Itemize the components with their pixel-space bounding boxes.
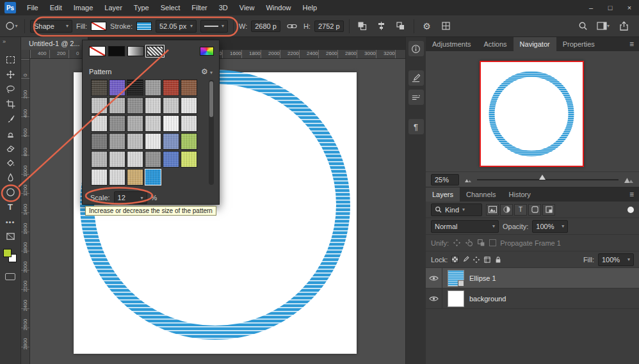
zoom-slider-thumb[interactable] xyxy=(539,175,546,180)
more-tools-button[interactable]: ••• xyxy=(3,217,17,226)
scale-input[interactable]: 12 ▾ xyxy=(114,191,147,204)
pattern-settings-gear-icon[interactable]: ⚙ ▾ xyxy=(201,67,213,76)
share-icon[interactable] xyxy=(616,19,631,33)
menu-filter[interactable]: Filter xyxy=(186,0,213,15)
rectangular-marquee-tool[interactable] xyxy=(3,55,17,65)
navigator-preview[interactable] xyxy=(480,61,584,167)
tab-navigator[interactable]: Navigator xyxy=(514,37,556,51)
pattern-swatch[interactable] xyxy=(127,79,143,96)
pattern-swatch[interactable] xyxy=(181,115,197,132)
pattern-swatch[interactable] xyxy=(127,169,143,186)
propagate-frame-checkbox[interactable] xyxy=(489,239,496,246)
path-operations-icon[interactable] xyxy=(355,19,370,33)
pattern-swatch[interactable] xyxy=(109,151,125,168)
blend-mode-select[interactable]: Normal ▾ xyxy=(431,220,499,233)
shape-settings-gear-icon[interactable]: ⚙ xyxy=(419,19,435,33)
filter-type-layers-icon[interactable]: T xyxy=(514,204,527,216)
lock-all-icon[interactable] xyxy=(494,256,502,264)
foreground-background-swatches[interactable] xyxy=(3,249,18,264)
pattern-swatch[interactable] xyxy=(91,151,108,168)
pattern-swatch[interactable] xyxy=(91,115,108,132)
tool-mode-select[interactable]: Shape ▾ xyxy=(30,20,72,33)
filter-adjustment-layers-icon[interactable] xyxy=(500,204,513,216)
path-arrangement-icon[interactable] xyxy=(393,19,408,33)
fill-type-solid-button[interactable] xyxy=(108,46,125,56)
shape-width-field[interactable]: 2680 p xyxy=(251,20,280,32)
menu-file[interactable]: File xyxy=(21,0,44,15)
lasso-tool[interactable] xyxy=(3,84,17,94)
tool-preset-ellipse-icon[interactable]: ▾ xyxy=(4,19,19,33)
menu-help[interactable]: Help xyxy=(297,0,323,15)
workspace-switcher-icon[interactable]: ▾ xyxy=(595,19,611,33)
filter-shape-layers-icon[interactable] xyxy=(528,204,541,216)
zoom-in-mountains-icon[interactable] xyxy=(624,175,634,184)
pattern-swatch[interactable] xyxy=(145,97,161,114)
pattern-swatch[interactable] xyxy=(181,79,197,96)
stroke-swatch[interactable] xyxy=(136,22,152,31)
paint-bucket-tool[interactable] xyxy=(3,158,17,168)
layer-visibility-toggle[interactable] xyxy=(426,289,442,308)
pattern-swatch[interactable] xyxy=(145,169,161,186)
pattern-swatch[interactable] xyxy=(109,169,125,186)
pattern-swatch[interactable] xyxy=(127,115,143,132)
zoom-percent-field[interactable]: 25% xyxy=(431,174,459,186)
clone-stamp-tool[interactable] xyxy=(3,129,17,138)
frame-tool[interactable] xyxy=(3,232,17,241)
layer-name[interactable]: Ellipse 1 xyxy=(469,274,496,282)
filter-toggle-icon[interactable] xyxy=(627,207,634,213)
pattern-swatch[interactable] xyxy=(145,115,161,132)
color-picker-swatch[interactable] xyxy=(200,47,214,56)
document-tab[interactable]: Untitled-1 @ 2... xyxy=(21,37,88,50)
ellipse-tool[interactable] xyxy=(3,187,17,197)
tab-actions[interactable]: Actions xyxy=(478,37,514,51)
pattern-swatch[interactable] xyxy=(163,115,179,132)
zoom-out-mountains-icon[interactable] xyxy=(464,177,472,183)
tab-history[interactable]: History xyxy=(503,187,537,202)
pattern-swatch[interactable] xyxy=(109,115,125,132)
pattern-swatch[interactable] xyxy=(163,97,179,114)
filter-kind-select[interactable]: Kind ▾ xyxy=(431,203,482,216)
menu-layer[interactable]: Layer xyxy=(99,0,128,15)
search-icon[interactable] xyxy=(575,19,590,33)
move-tool[interactable] xyxy=(3,70,17,79)
pattern-swatch[interactable] xyxy=(163,79,179,96)
pattern-swatch[interactable] xyxy=(163,133,179,150)
opacity-select[interactable]: 100% ▾ xyxy=(532,220,568,233)
pattern-swatch[interactable] xyxy=(181,97,197,114)
tab-properties[interactable]: Properties xyxy=(556,37,601,51)
unify-visibility-icon[interactable] xyxy=(465,239,473,247)
pattern-swatch[interactable] xyxy=(109,133,125,150)
pattern-swatch[interactable] xyxy=(145,151,161,168)
restore-button[interactable]: □ xyxy=(601,0,620,15)
lock-paint-icon[interactable] xyxy=(462,256,469,264)
lock-move-icon[interactable] xyxy=(473,256,480,264)
pattern-swatch[interactable] xyxy=(127,151,143,168)
paragraph-panel-icon[interactable]: ¶ xyxy=(408,119,424,134)
layer-row-ellipse-1[interactable]: Ellipse 1 xyxy=(426,268,639,289)
screen-mode-button[interactable] xyxy=(5,273,15,280)
blur-tool[interactable] xyxy=(3,173,17,182)
pattern-swatch[interactable] xyxy=(109,97,125,114)
pattern-swatch[interactable] xyxy=(91,79,108,96)
pattern-swatch[interactable] xyxy=(181,133,197,150)
filter-smart-objects-icon[interactable] xyxy=(542,204,555,216)
zoom-slider[interactable] xyxy=(477,179,619,180)
menu-edit[interactable]: Edit xyxy=(44,0,68,15)
tab-channels[interactable]: Channels xyxy=(460,187,502,202)
pattern-swatch[interactable] xyxy=(127,97,143,114)
unify-style-icon[interactable] xyxy=(477,239,485,247)
stroke-width-input[interactable]: 52.05 px ▾ xyxy=(156,20,197,33)
scrollbar-thumb[interactable] xyxy=(209,81,213,117)
minimize-button[interactable]: – xyxy=(581,0,601,15)
fill-type-pattern-button[interactable] xyxy=(147,46,163,56)
pattern-swatch[interactable] xyxy=(109,79,125,96)
layer-name[interactable]: background xyxy=(469,295,506,303)
type-tool[interactable]: T xyxy=(3,202,17,212)
brush-tool[interactable] xyxy=(3,114,17,123)
unify-position-icon[interactable] xyxy=(453,239,461,247)
ruler-origin[interactable] xyxy=(21,50,30,59)
menu-window[interactable]: Window xyxy=(260,0,296,15)
pattern-swatch[interactable] xyxy=(145,79,161,96)
path-alignment-icon[interactable] xyxy=(374,19,389,33)
tab-adjustments[interactable]: Adjustments xyxy=(426,37,478,51)
